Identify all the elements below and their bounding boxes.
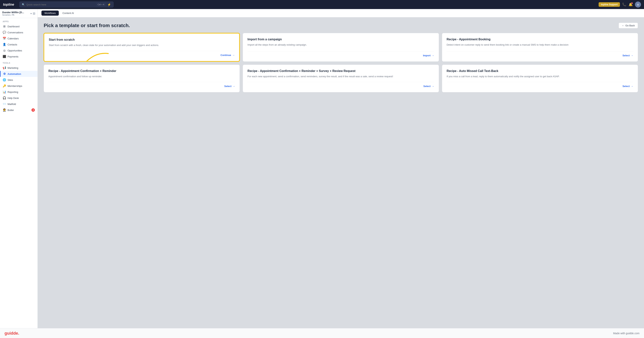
sidebar-item-label: Payments (8, 55, 18, 58)
sidebar-item-conversations[interactable]: 💬 Conversations (0, 29, 38, 36)
search-shortcut: Ctrl + K (96, 3, 106, 6)
sidebar-item-label: Sites (8, 79, 13, 81)
topnav-right-actions: topline Support 📞 🔔 U (598, 2, 641, 8)
search-bar[interactable]: 🔍 Ctrl + K ⚡ (20, 2, 114, 8)
card-action-area: Select → (447, 51, 633, 57)
card-title: Start from scratch (49, 38, 235, 42)
card-action-area: Select → (248, 82, 434, 88)
marketing-icon: 📢 (3, 66, 6, 70)
sites-icon: 🌐 (3, 78, 6, 82)
select-button[interactable]: Select → (423, 85, 434, 88)
sidebar-item-butler[interactable]: 🤵 Butler 4 (0, 107, 38, 113)
sidebar-item-contacts[interactable]: 👤 Contacts (0, 42, 38, 48)
contacts-icon: 👤 (3, 43, 6, 46)
notification-icon[interactable]: 🔔 (628, 3, 633, 7)
content-area: Workflows Content AI Pick a template or … (38, 9, 644, 328)
import-button[interactable]: Import → (423, 54, 434, 57)
sidebar-item-opportunities[interactable]: ◎ Opportunities (0, 48, 38, 54)
search-input[interactable] (26, 3, 95, 6)
sidebar-item-sites[interactable]: 🌐 Sites (0, 77, 38, 83)
sidebar-item-label: Mailfold (8, 103, 16, 106)
sidebar-item-payments[interactable]: ⬛ Payments (0, 54, 38, 60)
sidebar-item-label: Conversations (8, 31, 23, 34)
sidebar-item-label: Dashboard (8, 25, 20, 28)
select-label: Select (622, 54, 630, 57)
opportunities-icon: ◎ (3, 49, 6, 52)
sidebar-item-marketing[interactable]: 📢 Marketing (0, 65, 38, 71)
card-action-area: Select → (48, 82, 235, 88)
bolt-icon[interactable]: ⚡ (107, 3, 111, 7)
template-card-appointment-survey[interactable]: Recipe - Appointment Confirmation + Remi… (243, 65, 439, 93)
sidebar-toggle-icon[interactable]: ⊟ (33, 12, 35, 15)
card-title: Recipe - Appointment Confirmation + Remi… (48, 69, 235, 73)
card-description: Detect intent on customer reply to send … (447, 43, 633, 48)
card-title: Recipe - Appointment Booking (447, 38, 633, 41)
page-title: Pick a template or start from scratch. (44, 23, 130, 29)
template-grid: Start from scratch Start from scratch wi… (44, 33, 638, 92)
support-button[interactable]: topline Support (598, 2, 620, 7)
template-card-import-campaign[interactable]: Import from a campaign Import all the st… (243, 33, 439, 62)
avatar[interactable]: U (635, 2, 641, 8)
phone-icon[interactable]: 📞 (622, 3, 626, 7)
dashboard-icon: ⊞ (3, 25, 6, 28)
card-title: Import from a campaign (248, 38, 434, 41)
sidebar-item-label: Reporting (8, 91, 18, 94)
chevron-down-icon: ▾ (30, 12, 32, 15)
arrow-right-icon: → (432, 54, 434, 57)
tab-content-ai[interactable]: Content AI (60, 11, 77, 16)
sidebar-item-label: Automation (8, 73, 21, 75)
workspace-subtitle: Scranton, PA (2, 14, 30, 16)
sidebar-item-label: Butler (8, 109, 14, 112)
calendars-icon: 📅 (3, 37, 6, 40)
card-action-area: Import → (248, 51, 434, 57)
continue-label: Continue (220, 54, 231, 57)
template-card-start-from-scratch[interactable]: Start from scratch Start from scratch wi… (44, 33, 240, 62)
workspace-selector[interactable]: Dunder Mifflin [D... Scranton, PA ▾ ⊟ (0, 9, 38, 18)
butler-icon: 🤵 (3, 108, 6, 112)
card-description: Import all the steps from an already exi… (248, 43, 434, 48)
select-button[interactable]: Select → (224, 85, 235, 88)
search-icon: 🔍 (22, 3, 25, 6)
sidebar-item-label: Contacts (8, 43, 17, 46)
select-label: Select (423, 85, 430, 88)
sidebar-item-memberships[interactable]: 🔑 Memberships (0, 83, 38, 89)
select-label: Select (224, 85, 232, 88)
tab-workflows[interactable]: Workflows (42, 11, 59, 16)
card-description: If you miss a call from a lead, reply to… (447, 75, 633, 78)
sidebar-item-mailfold[interactable]: 📨 Mailfold (0, 101, 38, 107)
sidebar: Dunder Mifflin [D... Scranton, PA ▾ ⊟ Ap… (0, 9, 38, 328)
sidebar-section-tools: Tools (0, 60, 38, 65)
template-card-appointment-confirmation[interactable]: Recipe - Appointment Confirmation + Remi… (44, 65, 240, 93)
continue-button[interactable]: Continue → (220, 54, 235, 57)
template-card-appointment-booking[interactable]: Recipe - Appointment Booking Detect inte… (442, 33, 638, 62)
select-button[interactable]: Select → (622, 85, 633, 88)
card-action-area: Select → (447, 82, 633, 88)
card-description: For each new appointment, send a confirm… (248, 75, 434, 78)
sidebar-item-automation[interactable]: ⚙ Automation (0, 71, 38, 77)
template-card-missed-call[interactable]: Recipe - Auto Missed Call Text-Back If y… (442, 65, 638, 93)
sidebar-item-helpdesk[interactable]: 🎧 Help Desk (0, 95, 38, 101)
sidebar-item-label: Calendars (8, 37, 19, 40)
sidebar-section-apps: Apps (0, 18, 38, 23)
select-button[interactable]: Select → (622, 54, 633, 57)
sidebar-item-calendars[interactable]: 📅 Calendars (0, 36, 38, 42)
card-description: Start from scratch with a fresh, clean s… (49, 43, 235, 47)
page-header: Pick a template or start from scratch. ←… (44, 23, 638, 29)
sidebar-item-label: Memberships (8, 85, 22, 87)
go-back-button[interactable]: ← Go Back (618, 23, 638, 29)
import-label: Import (423, 54, 430, 57)
butler-badge: 4 (32, 108, 35, 112)
sidebar-item-reporting[interactable]: 📊 Reporting (0, 89, 38, 95)
payments-icon: ⬛ (3, 55, 6, 58)
sidebar-item-label: Marketing (8, 67, 18, 69)
sidebar-item-dashboard[interactable]: ⊞ Dashboard (0, 23, 38, 29)
app-logo: topline (3, 3, 14, 7)
memberships-icon: 🔑 (3, 84, 6, 88)
workspace-info: Dunder Mifflin [D... Scranton, PA (2, 11, 30, 16)
card-description: Appointment confirmation and follow up r… (48, 75, 235, 78)
go-back-label: Go Back (625, 24, 635, 27)
reporting-icon: 📊 (3, 90, 6, 94)
main-layout: Dunder Mifflin [D... Scranton, PA ▾ ⊟ Ap… (0, 9, 644, 328)
conversations-icon: 💬 (3, 31, 6, 34)
guidde-logo: guidde. (4, 331, 19, 336)
